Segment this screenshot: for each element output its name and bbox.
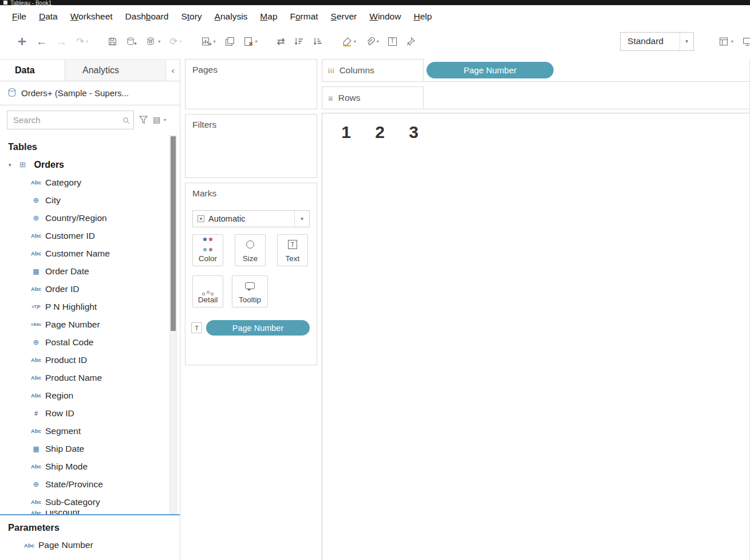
filters-shelf[interactable]: Filters <box>185 114 317 178</box>
field-row-id[interactable]: Row ID <box>0 404 180 422</box>
tableau-logo-button[interactable] <box>13 31 31 52</box>
fit-selector[interactable]: Standard ▾ <box>620 32 694 51</box>
columns-pill-page-number[interactable]: Page Number <box>427 62 554 78</box>
tables-heading: Tables <box>0 134 180 156</box>
view-as-icon[interactable]: ▤▾ <box>153 115 165 124</box>
mark-type-dropdown[interactable]: Automatic ▾ <box>192 210 310 227</box>
tab-analytics[interactable]: Analytics <box>65 60 166 81</box>
field-ship-mode[interactable]: Ship Mode <box>0 458 180 475</box>
dropdown-caret-icon[interactable]: ▾ <box>731 39 733 44</box>
rows-shelf-drop-area[interactable] <box>424 86 749 109</box>
field-product-name[interactable]: Product Name <box>0 369 180 387</box>
redo-button[interactable]: → <box>52 31 72 52</box>
menu-dashboard[interactable]: Dashboard <box>119 11 175 22</box>
group-members-icon <box>365 37 375 46</box>
table-orders[interactable]: ▾ Orders <box>0 156 180 173</box>
highlight-icon <box>342 37 352 46</box>
field-sub-category[interactable]: Sub-Category <box>0 493 180 511</box>
menu-map[interactable]: Map <box>254 11 283 22</box>
swap-rows-columns-button[interactable]: ⇄ <box>273 31 290 52</box>
group-members-button[interactable]: ▾ <box>361 31 384 52</box>
field-ship-date[interactable]: Ship Date <box>0 440 180 458</box>
menu-help[interactable]: Help <box>407 11 438 22</box>
menu-story[interactable]: Story <box>175 11 208 22</box>
field-page-number[interactable]: Page Number <box>0 537 180 553</box>
text-mark-icon[interactable]: T <box>191 322 202 333</box>
menu-server[interactable]: Server <box>325 11 364 22</box>
field-page-number[interactable]: Page Number <box>0 316 180 333</box>
field-label: Ship Mode <box>45 462 88 472</box>
menu-window[interactable]: Window <box>363 11 407 22</box>
run-auto-updates-button[interactable]: ⟳▾ <box>165 31 186 52</box>
show-hide-cards-button[interactable]: ▾ <box>715 31 738 52</box>
highlight-button[interactable]: ▾ <box>338 31 361 52</box>
rows-icon: ≡ <box>328 93 334 103</box>
clear-sheet-button[interactable]: ▾ <box>239 31 262 52</box>
field-list: CategoryCityCountry/RegionCustomer IDCus… <box>0 173 180 514</box>
chevron-down-icon[interactable]: ▾ <box>680 33 693 50</box>
chevron-down-icon[interactable]: ▾ <box>294 211 309 227</box>
dropdown-caret-icon[interactable]: ▾ <box>158 39 160 44</box>
new-worksheet-button[interactable]: ▾ <box>197 31 220 52</box>
column-header-1[interactable]: 1 <box>329 123 363 142</box>
menu-file[interactable]: File <box>6 11 33 22</box>
field-product-id[interactable]: Product ID <box>0 351 180 369</box>
field-order-id[interactable]: Order ID <box>0 280 180 298</box>
marks-pill-page-number[interactable]: Page Number <box>206 320 310 336</box>
detail-button[interactable]: Detail <box>192 275 223 307</box>
field-city[interactable]: City <box>0 191 180 209</box>
tooltip-button[interactable]: Tooltip <box>232 275 268 307</box>
text-button[interactable]: T Text <box>277 234 308 266</box>
dropdown-caret-icon[interactable]: ▾ <box>214 39 216 44</box>
fix-axes-button[interactable] <box>401 31 420 52</box>
field-country-region[interactable]: Country/Region <box>0 209 180 227</box>
menu-worksheet[interactable]: Worksheet <box>64 11 119 22</box>
sort-ascending-button[interactable] <box>290 31 309 52</box>
columns-shelf-label: Columns <box>340 65 374 76</box>
columns-shelf-row: iii Columns Page Number <box>322 59 749 82</box>
field-p-n-highlight[interactable]: P N Highlight <box>0 298 180 316</box>
tab-data[interactable]: Data <box>0 60 65 81</box>
size-button[interactable]: Size <box>235 234 266 266</box>
datasource-row[interactable]: Orders+ (Sample - Supers... <box>0 81 180 105</box>
new-data-source-button[interactable] <box>122 31 141 52</box>
show-mark-labels-button[interactable]: T <box>384 31 401 52</box>
undo-button[interactable]: ← <box>31 31 52 52</box>
chevron-down-icon: ▾ <box>163 117 165 123</box>
field-postal-code[interactable]: Postal Code <box>0 333 180 351</box>
collapse-pane-icon[interactable]: ‹ <box>166 60 180 81</box>
replay-button[interactable]: ↷▾ <box>72 31 93 52</box>
sort-descending-button[interactable] <box>309 31 327 52</box>
menu-analysis[interactable]: Analysis <box>208 11 254 22</box>
chevron-down-icon[interactable]: ▾ <box>9 162 11 168</box>
dropdown-caret-icon[interactable]: ▾ <box>86 39 88 44</box>
view-canvas[interactable]: 123 <box>322 113 749 560</box>
field-discount[interactable]: Discount <box>0 511 180 514</box>
menu-format[interactable]: Format <box>284 11 325 22</box>
pause-auto-updates-button[interactable]: ▾ <box>141 31 165 52</box>
dropdown-caret-icon[interactable]: ▾ <box>354 39 356 44</box>
field-category[interactable]: Category <box>0 173 180 191</box>
columns-icon: iii <box>328 66 335 75</box>
column-header-2[interactable]: 2 <box>363 123 397 142</box>
columns-shelf-drop-area[interactable]: Page Number <box>424 59 749 81</box>
field-segment[interactable]: Segment <box>0 422 180 440</box>
color-button[interactable]: Color <box>192 234 223 266</box>
dropdown-caret-icon[interactable]: ▾ <box>255 39 258 44</box>
scrollbar[interactable] <box>169 135 177 514</box>
field-customer-id[interactable]: Customer ID <box>0 227 180 244</box>
field-region[interactable]: Region <box>0 387 180 404</box>
dropdown-caret-icon[interactable]: ▾ <box>180 39 182 44</box>
scrollbar-thumb[interactable] <box>171 136 176 331</box>
field-state-province[interactable]: State/Province <box>0 475 180 493</box>
save-button[interactable] <box>103 31 122 52</box>
search-input[interactable] <box>7 115 141 125</box>
menu-data[interactable]: Data <box>33 11 64 22</box>
duplicate-sheet-button[interactable] <box>220 31 239 52</box>
field-order-date[interactable]: Order Date <box>0 262 180 280</box>
column-header-3[interactable]: 3 <box>397 123 431 142</box>
field-customer-name[interactable]: Customer Name <box>0 244 180 262</box>
pages-shelf[interactable]: Pages <box>185 59 317 109</box>
dropdown-caret-icon[interactable]: ▾ <box>377 39 379 44</box>
presentation-mode-button[interactable] <box>738 31 750 52</box>
